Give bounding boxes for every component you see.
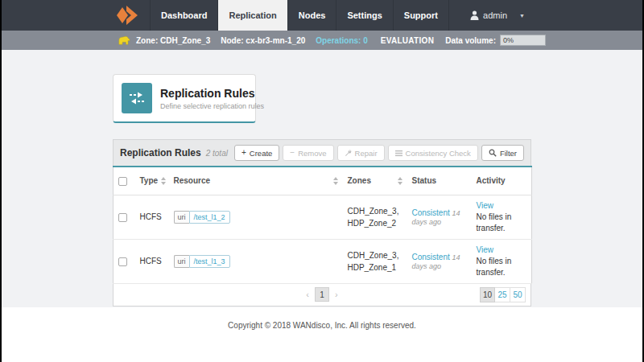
- node-label: Node: cx-br3-mn-1_20: [221, 36, 305, 45]
- rule-zones: CDH_Zone_3, HDP_Zone_1: [343, 239, 407, 283]
- top-navigation: Dashboard Replication Nodes Settings Sup…: [2, 0, 642, 31]
- license-and-volume: EVALUATION Data volume: 0%: [381, 35, 546, 46]
- page-size-50[interactable]: 50: [510, 287, 526, 302]
- panel-header: Replication Rules 2 total + Create − Rem…: [113, 139, 531, 166]
- tab-dashboard[interactable]: Dashboard: [150, 0, 217, 31]
- app-window: Dashboard Replication Nodes Settings Sup…: [2, 0, 642, 362]
- consistency-check-button[interactable]: Consistency Check: [388, 145, 478, 161]
- row-checkbox[interactable]: [118, 213, 127, 222]
- current-page-button[interactable]: 1: [315, 287, 329, 302]
- resource-path-link[interactable]: /test_l1_2: [189, 211, 230, 224]
- wrench-icon: [345, 150, 352, 157]
- view-link[interactable]: View: [477, 200, 527, 212]
- search-icon: [489, 149, 497, 157]
- column-header-resource[interactable]: Resource: [169, 167, 343, 195]
- column-header-zones[interactable]: Zones: [343, 167, 407, 195]
- page-header-text: Replication Rules Define selective repli…: [160, 87, 264, 110]
- resource-badge[interactable]: uri /test_l1_2: [174, 211, 230, 224]
- nav-tabs: Dashboard Replication Nodes Settings Sup…: [150, 0, 449, 31]
- zone-status-bar: Zone: CDH_Zone_3 Node: cx-br3-mn-1_20 Op…: [2, 31, 642, 50]
- view-link[interactable]: View: [477, 245, 527, 256]
- data-volume-progressbar: 0%: [500, 35, 546, 46]
- rule-type: HCFS: [135, 195, 169, 239]
- tab-settings[interactable]: Settings: [336, 0, 392, 31]
- sort-icon: [398, 177, 402, 185]
- table-row: HCFS uri /test_l1_3 CDH_Zone_3, HDP_Zone…: [114, 239, 532, 283]
- tab-replication[interactable]: Replication: [217, 0, 287, 31]
- replication-rules-panel: Replication Rules 2 total + Create − Rem…: [113, 139, 531, 306]
- resource-path-link[interactable]: /test_l1_3: [189, 255, 230, 268]
- chevron-down-icon: ▼: [519, 13, 525, 19]
- plus-icon: +: [242, 149, 246, 157]
- sort-icon: [333, 177, 338, 185]
- main-content: Replication Rules Define selective repli…: [2, 50, 642, 307]
- panel-title: Replication Rules: [120, 147, 201, 158]
- rule-type: HCFS: [135, 239, 169, 283]
- resource-badge[interactable]: uri /test_l1_3: [174, 255, 230, 268]
- column-header-type[interactable]: Type: [135, 167, 169, 195]
- page-subtitle: Define selective replication rules: [160, 102, 264, 110]
- minus-icon: −: [290, 149, 295, 157]
- hadoop-elephant-icon: [117, 35, 130, 47]
- tab-support[interactable]: Support: [393, 0, 449, 31]
- user-name: admin: [483, 10, 507, 20]
- sort-icon: [161, 177, 166, 185]
- license-badge: EVALUATION: [381, 36, 435, 45]
- data-volume-label: Data volume:: [445, 36, 496, 45]
- rule-zones: CDH_Zone_3, HDP_Zone_2: [343, 195, 407, 239]
- rule-activity: View No files in transfer.: [472, 195, 532, 239]
- rule-status: Consistent 14 days ago: [407, 195, 472, 239]
- replication-rules-table: Type Resource Zones Status: [113, 166, 532, 284]
- copyright-footer: Copyright © 2018 WANdisco, Inc. All righ…: [113, 321, 531, 330]
- rule-status: Consistent 14 days ago: [407, 239, 472, 283]
- activity-note: No files in transfer.: [477, 212, 527, 234]
- row-checkbox[interactable]: [118, 257, 127, 266]
- data-volume-value: 0%: [501, 36, 514, 44]
- zone-label: Zone: CDH_Zone_3: [136, 36, 210, 45]
- list-icon: [395, 150, 402, 157]
- wandisco-logo-icon: [116, 5, 140, 26]
- rules-count: 2 total: [206, 149, 228, 158]
- filter-button[interactable]: Filter: [481, 145, 524, 161]
- status-link[interactable]: Consistent: [412, 208, 450, 217]
- resource-kind: uri: [174, 211, 189, 224]
- table-row: HCFS uri /test_l1_2 CDH_Zone_3, HDP_Zone…: [114, 195, 532, 239]
- table-header-row: Type Resource Zones Status: [114, 167, 532, 195]
- rule-activity: View No files in transfer.: [472, 239, 532, 283]
- page-size-10[interactable]: 10: [480, 287, 495, 302]
- operations-link[interactable]: Operations: 0: [316, 36, 367, 45]
- user-menu[interactable]: admin ▼: [470, 0, 525, 31]
- page-title: Replication Rules: [160, 87, 264, 100]
- page-size-selector: 10 25 50: [480, 287, 526, 302]
- resource-kind: uri: [174, 255, 189, 268]
- tab-nodes[interactable]: Nodes: [287, 0, 336, 31]
- column-header-status: Status: [407, 167, 472, 195]
- page-header-card: Replication Rules Define selective repli…: [113, 74, 256, 123]
- pagination-bar: ‹ 1 › 10 25 50: [113, 284, 531, 306]
- panel-toolbar: + Create − Remove Repair: [234, 145, 524, 161]
- prev-page-button[interactable]: ‹: [302, 290, 313, 299]
- pager: ‹ 1 ›: [302, 287, 341, 302]
- column-header-activity: Activity: [472, 167, 532, 195]
- user-icon: [470, 10, 479, 20]
- next-page-button[interactable]: ›: [331, 290, 342, 299]
- repair-button[interactable]: Repair: [337, 145, 385, 161]
- page-size-25[interactable]: 25: [495, 287, 510, 302]
- activity-note: No files in transfer.: [477, 256, 527, 278]
- wandisco-logo[interactable]: [116, 0, 140, 31]
- replication-arrows-icon: [122, 83, 152, 113]
- remove-button[interactable]: − Remove: [283, 145, 333, 161]
- create-button[interactable]: + Create: [234, 145, 279, 161]
- status-link[interactable]: Consistent: [412, 253, 450, 261]
- select-all-checkbox[interactable]: [118, 177, 127, 186]
